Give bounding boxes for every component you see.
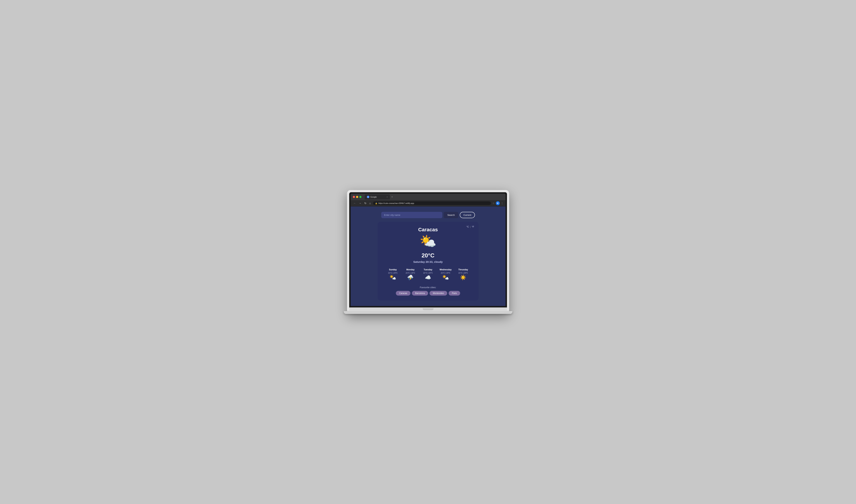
forecast-grid: Sunday 21°C | 23°C ☀️ ☁️ Monday bbox=[385, 268, 471, 281]
active-tab[interactable]: G Google × bbox=[365, 194, 390, 199]
forecast-wednesday: Wednesday 21°C | 23°C ☀️ ☁️ bbox=[437, 268, 454, 281]
address-bar[interactable]: 🔒 https://cute-cranachan-03f4b7.netlify.… bbox=[373, 201, 491, 205]
temp-unit-toggle: °C | °F bbox=[466, 226, 474, 228]
laptop-frame: G Google × + ← → ↻ ⌂ 🔒 https://cute-cran… bbox=[347, 190, 509, 314]
reload-button[interactable]: ↻ bbox=[364, 201, 367, 205]
temperature-display: 20°C bbox=[385, 252, 471, 259]
favourite-city-barcelona[interactable]: Barcelona bbox=[412, 291, 428, 295]
user-avatar[interactable]: M bbox=[496, 201, 500, 205]
weather-description: Saturday 20:33, cloudy bbox=[385, 260, 471, 263]
unit-separator: | bbox=[470, 226, 471, 228]
celsius-unit[interactable]: °C bbox=[466, 226, 469, 228]
maximize-button[interactable] bbox=[359, 196, 362, 198]
forecast-thursday: Thrusday 21°C | 23°C ☀️ bbox=[455, 268, 471, 281]
forecast-day-name: Tuesday bbox=[424, 268, 432, 271]
browser-window: G Google × + ← → ↻ ⌂ 🔒 https://cute-cran… bbox=[351, 194, 506, 306]
screen-bezel: G Google × + ← → ↻ ⌂ 🔒 https://cute-cran… bbox=[349, 192, 507, 307]
forecast-day-name: Wednesday bbox=[440, 268, 452, 271]
small-cloud-icon: ☁️ bbox=[392, 277, 396, 280]
current-location-button[interactable]: Current bbox=[460, 212, 475, 218]
thunder-icon: ⛈️ bbox=[407, 275, 414, 280]
bookmark-icon[interactable]: ☆ bbox=[492, 202, 495, 205]
traffic-lights bbox=[353, 196, 362, 198]
new-tab-button[interactable]: + bbox=[391, 195, 394, 199]
forecast-icon-tuesday: ☁️ bbox=[425, 275, 431, 280]
forecast-icon-thursday: ☀️ bbox=[460, 275, 466, 280]
forecast-temps: 21°C | 23°C bbox=[388, 272, 398, 274]
cloudy-icon: ☁️ bbox=[425, 275, 431, 280]
forecast-temps: 21°C | 23°C bbox=[458, 272, 468, 274]
tab-title: Google bbox=[370, 196, 377, 198]
search-bar: Search Current bbox=[381, 212, 475, 218]
forecast-monday: Monday 21°C | 23°C ⛈️ bbox=[402, 268, 419, 281]
back-button[interactable]: ← bbox=[353, 201, 357, 205]
minimize-button[interactable] bbox=[356, 196, 358, 198]
favourites-chips: Caracas Barcelona Montevideo Paris bbox=[385, 291, 471, 295]
cloud-icon: ☁️ bbox=[424, 239, 436, 248]
favourites-label: Favourite cities: bbox=[385, 286, 471, 289]
forecast-day-name: Monday bbox=[406, 268, 414, 271]
partly-cloudy-small-icon: ☀️ ☁️ bbox=[389, 275, 396, 280]
sunny-icon: ☀️ bbox=[460, 275, 466, 280]
forecast-icon-monday: ⛈️ bbox=[407, 275, 414, 280]
forecast-day-name: Sunday bbox=[389, 268, 397, 271]
favourite-city-montevideo[interactable]: Montevideo bbox=[430, 291, 447, 295]
search-button[interactable]: Search bbox=[444, 212, 458, 218]
forecast-day-name: Thrusday bbox=[458, 268, 468, 271]
forecast-icon-wednesday: ☀️ ☁️ bbox=[442, 275, 449, 281]
weather-card: °C | °F Caracas ☀️ ☁️ 20°C bbox=[378, 222, 478, 301]
partly-cloudy-2-icon: ☀️ ☁️ bbox=[442, 275, 449, 280]
partly-cloudy-icon: ☀️ ☁️ bbox=[420, 235, 436, 248]
lock-icon: 🔒 bbox=[375, 202, 377, 204]
fahrenheit-unit[interactable]: °F bbox=[472, 226, 474, 228]
laptop-bottom bbox=[349, 307, 507, 311]
main-weather-icon: ☀️ ☁️ bbox=[385, 235, 471, 250]
forecast-temps: 21°C | 23°C bbox=[406, 272, 415, 274]
forecast-tuesday: Tuesday 21°C | 23°C ☁️ bbox=[420, 268, 436, 281]
tab-area: G Google × + bbox=[365, 194, 503, 199]
search-input[interactable] bbox=[381, 212, 442, 218]
forecast-temps: 21°C | 23°C bbox=[423, 272, 433, 274]
toolbar-actions: ☆ M ⋮ bbox=[492, 201, 503, 205]
home-button[interactable]: ⌂ bbox=[369, 201, 371, 205]
city-name: Caracas bbox=[385, 227, 471, 233]
browser-toolbar: ← → ↻ ⌂ 🔒 https://cute-cranachan-03f4b7.… bbox=[351, 200, 506, 206]
favourites-section: Favourite cities: Caracas Barcelona Mont… bbox=[385, 286, 471, 295]
forward-button[interactable]: → bbox=[358, 201, 362, 205]
browser-titlebar: G Google × + bbox=[351, 194, 506, 200]
forecast-sunday: Sunday 21°C | 23°C ☀️ ☁️ bbox=[385, 268, 401, 281]
menu-icon[interactable]: ⋮ bbox=[501, 202, 503, 205]
forecast-temps: 21°C | 23°C bbox=[441, 272, 450, 274]
favourite-city-paris[interactable]: Paris bbox=[449, 291, 460, 295]
page-content: Search Current °C | °F Caracas bbox=[351, 206, 506, 306]
laptop-base bbox=[344, 311, 512, 314]
laptop-notch bbox=[423, 308, 434, 310]
url-text: https://cute-cranachan-03f4b7.netlify.ap… bbox=[378, 202, 414, 204]
tab-close-icon[interactable]: × bbox=[387, 196, 388, 198]
small-cloud-icon: ☁️ bbox=[445, 277, 449, 280]
forecast-icon-sunday: ☀️ ☁️ bbox=[389, 275, 396, 281]
tab-favicon: G bbox=[367, 196, 369, 198]
favourite-city-caracas[interactable]: Caracas bbox=[396, 291, 410, 295]
close-button[interactable] bbox=[353, 196, 355, 198]
